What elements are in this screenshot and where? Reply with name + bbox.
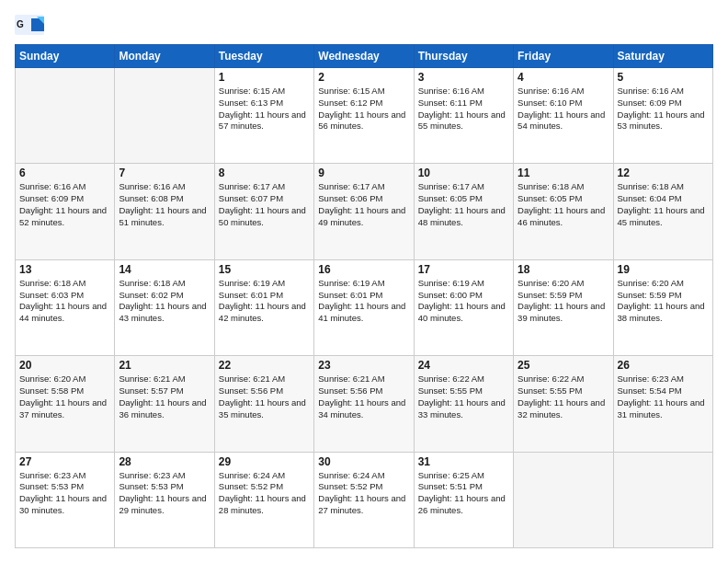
sunset-text: Sunset: 6:05 PM [418, 193, 509, 205]
daylight-text: Daylight: 11 hours and 55 minutes. [418, 109, 509, 133]
daylight-text: Daylight: 11 hours and 39 minutes. [518, 301, 609, 325]
sunset-text: Sunset: 6:07 PM [219, 193, 310, 205]
sunset-text: Sunset: 6:06 PM [318, 193, 409, 205]
daylight-text: Daylight: 11 hours and 51 minutes. [119, 205, 210, 229]
day-header-tuesday: Tuesday [214, 45, 313, 68]
sunrise-text: Sunrise: 6:15 AM [318, 86, 409, 98]
sunset-text: Sunset: 5:51 PM [418, 481, 509, 493]
sunset-text: Sunset: 5:55 PM [418, 385, 509, 397]
day-number: 28 [119, 455, 210, 468]
day-cell: 8Sunrise: 6:17 AMSunset: 6:07 PMDaylight… [214, 164, 313, 259]
sunrise-text: Sunrise: 6:23 AM [19, 470, 110, 482]
daylight-text: Daylight: 11 hours and 45 minutes. [618, 205, 709, 229]
day-number: 2 [318, 71, 409, 84]
day-cell: 1Sunrise: 6:15 AMSunset: 6:13 PMDaylight… [214, 68, 313, 164]
sunrise-text: Sunrise: 6:16 AM [418, 86, 509, 98]
daylight-text: Daylight: 11 hours and 31 minutes. [618, 397, 709, 421]
day-number: 9 [318, 167, 409, 179]
sunrise-text: Sunrise: 6:23 AM [618, 373, 709, 385]
daylight-text: Daylight: 11 hours and 53 minutes. [618, 109, 709, 133]
daylight-text: Daylight: 11 hours and 42 minutes. [219, 301, 310, 325]
day-number: 10 [418, 167, 509, 179]
sunset-text: Sunset: 6:10 PM [518, 98, 609, 109]
day-cell: 25Sunrise: 6:22 AMSunset: 5:55 PMDayligh… [514, 356, 613, 452]
sunset-text: Sunset: 5:53 PM [119, 481, 210, 493]
week-row-4: 20Sunrise: 6:20 AMSunset: 5:58 PMDayligh… [16, 356, 713, 452]
daylight-text: Daylight: 11 hours and 34 minutes. [318, 397, 409, 421]
sunrise-text: Sunrise: 6:17 AM [318, 181, 409, 193]
sunset-text: Sunset: 6:08 PM [119, 193, 210, 205]
daylight-text: Daylight: 11 hours and 46 minutes. [518, 205, 609, 229]
sunset-text: Sunset: 6:12 PM [318, 98, 409, 109]
sunset-text: Sunset: 6:09 PM [618, 98, 709, 109]
logo: G [15, 15, 48, 35]
daylight-text: Daylight: 11 hours and 32 minutes. [518, 397, 609, 421]
day-cell: 19Sunrise: 6:20 AMSunset: 5:59 PMDayligh… [613, 259, 712, 355]
day-number: 13 [19, 263, 110, 276]
daylight-text: Daylight: 11 hours and 35 minutes. [219, 397, 310, 421]
sunset-text: Sunset: 6:11 PM [418, 98, 509, 109]
daylight-text: Daylight: 11 hours and 27 minutes. [318, 493, 409, 517]
sunrise-text: Sunrise: 6:16 AM [19, 181, 110, 193]
day-header-wednesday: Wednesday [314, 45, 414, 68]
day-number: 20 [19, 359, 110, 372]
sunset-text: Sunset: 5:56 PM [318, 385, 409, 397]
calendar-page: G SundayMondayTuesdayWednesdayThursdayFr… [0, 0, 728, 563]
day-number: 30 [318, 455, 409, 468]
daylight-text: Daylight: 11 hours and 52 minutes. [19, 205, 110, 229]
day-number: 11 [518, 167, 609, 179]
daylight-text: Daylight: 11 hours and 40 minutes. [418, 301, 509, 325]
day-cell: 24Sunrise: 6:22 AMSunset: 5:55 PMDayligh… [414, 356, 513, 452]
day-number: 3 [418, 71, 509, 84]
day-cell: 18Sunrise: 6:20 AMSunset: 5:59 PMDayligh… [514, 259, 613, 355]
day-cell: 16Sunrise: 6:19 AMSunset: 6:01 PMDayligh… [314, 259, 414, 355]
daylight-text: Daylight: 11 hours and 26 minutes. [418, 493, 509, 517]
sunrise-text: Sunrise: 6:20 AM [618, 278, 709, 290]
day-number: 7 [119, 167, 210, 179]
daylight-text: Daylight: 11 hours and 33 minutes. [418, 397, 509, 421]
sunset-text: Sunset: 6:04 PM [618, 193, 709, 205]
day-number: 1 [219, 71, 310, 84]
day-number: 17 [418, 263, 509, 276]
sunset-text: Sunset: 6:09 PM [19, 193, 110, 205]
sunrise-text: Sunrise: 6:15 AM [219, 86, 310, 98]
day-cell: 17Sunrise: 6:19 AMSunset: 6:00 PMDayligh… [414, 259, 513, 355]
daylight-text: Daylight: 11 hours and 43 minutes. [119, 301, 210, 325]
sunset-text: Sunset: 6:01 PM [318, 290, 409, 302]
day-number: 24 [418, 359, 509, 372]
day-cell: 6Sunrise: 6:16 AMSunset: 6:09 PMDaylight… [16, 164, 115, 259]
day-number: 6 [19, 167, 110, 179]
week-row-5: 27Sunrise: 6:23 AMSunset: 5:53 PMDayligh… [16, 452, 713, 547]
sunrise-text: Sunrise: 6:21 AM [219, 373, 310, 385]
sunrise-text: Sunrise: 6:20 AM [19, 373, 110, 385]
day-cell: 26Sunrise: 6:23 AMSunset: 5:54 PMDayligh… [613, 356, 712, 452]
sunrise-text: Sunrise: 6:18 AM [618, 181, 709, 193]
daylight-text: Daylight: 11 hours and 57 minutes. [219, 109, 310, 133]
sunrise-text: Sunrise: 6:18 AM [19, 278, 110, 290]
daylight-text: Daylight: 11 hours and 28 minutes. [219, 493, 310, 517]
day-cell: 28Sunrise: 6:23 AMSunset: 5:53 PMDayligh… [115, 452, 214, 547]
day-cell: 12Sunrise: 6:18 AMSunset: 6:04 PMDayligh… [613, 164, 712, 259]
day-cell: 20Sunrise: 6:20 AMSunset: 5:58 PMDayligh… [16, 356, 115, 452]
sunset-text: Sunset: 5:59 PM [618, 290, 709, 302]
day-cell: 11Sunrise: 6:18 AMSunset: 6:05 PMDayligh… [514, 164, 613, 259]
sunrise-text: Sunrise: 6:21 AM [119, 373, 210, 385]
sunrise-text: Sunrise: 6:16 AM [518, 86, 609, 98]
sunrise-text: Sunrise: 6:23 AM [119, 470, 210, 482]
day-header-sunday: Sunday [16, 45, 115, 68]
day-number: 18 [518, 263, 609, 276]
header-row: SundayMondayTuesdayWednesdayThursdayFrid… [16, 45, 713, 68]
sunset-text: Sunset: 6:01 PM [219, 290, 310, 302]
sunset-text: Sunset: 5:55 PM [518, 385, 609, 397]
day-cell: 2Sunrise: 6:15 AMSunset: 6:12 PMDaylight… [314, 68, 414, 164]
sunset-text: Sunset: 5:52 PM [318, 481, 409, 493]
daylight-text: Daylight: 11 hours and 50 minutes. [219, 205, 310, 229]
sunset-text: Sunset: 5:57 PM [119, 385, 210, 397]
day-cell [613, 452, 712, 547]
header: G [15, 15, 713, 35]
sunset-text: Sunset: 5:56 PM [219, 385, 310, 397]
sunrise-text: Sunrise: 6:17 AM [418, 181, 509, 193]
day-cell: 29Sunrise: 6:24 AMSunset: 5:52 PMDayligh… [214, 452, 313, 547]
day-header-saturday: Saturday [613, 45, 712, 68]
daylight-text: Daylight: 11 hours and 56 minutes. [318, 109, 409, 133]
